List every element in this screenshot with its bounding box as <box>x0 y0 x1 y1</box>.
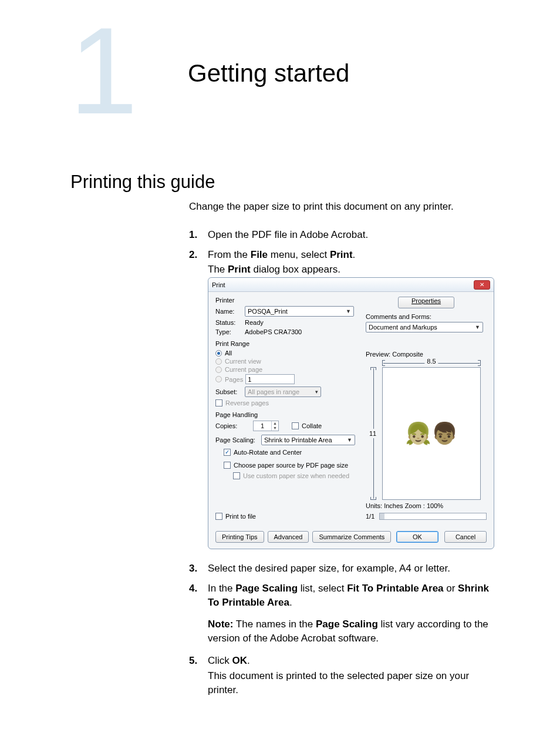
step-3: 3. Select the desired paper size, for ex… <box>189 562 494 576</box>
text: list, select <box>298 583 347 594</box>
printing-tips-button[interactable]: Printing Tips <box>215 531 264 543</box>
comments-forms-combo[interactable]: Document and Markups ▼ <box>366 322 483 332</box>
combo-value: Shrink to Printable Area <box>264 436 332 443</box>
radio-label: All <box>225 350 232 357</box>
step-text: Click OK. This document is printed to th… <box>208 654 494 698</box>
radio-icon <box>215 358 222 365</box>
page-scaling-combo[interactable]: Shrink to Printable Area ▼ <box>261 435 355 445</box>
status-value: Ready <box>245 319 264 326</box>
radio-icon <box>215 350 222 357</box>
subset-combo[interactable]: All pages in range ▾ <box>245 387 321 397</box>
step-text: From the File menu, select Print. The Pr… <box>208 248 494 278</box>
text: Click <box>208 655 232 666</box>
type-label: Type: <box>215 328 245 335</box>
bold-text: Page Scaling <box>316 619 378 630</box>
step-text: Select the desired paper size, for examp… <box>208 562 494 576</box>
chevron-down-icon: ▾ <box>315 389 318 395</box>
step-5: 5. Click OK. This document is printed to… <box>189 654 494 698</box>
bold-text: Print <box>228 264 251 275</box>
page-height-value: 11 <box>369 429 376 438</box>
preview-panel: Preview: Composite 8.5 11 👧🏼👦🏽 Units: In… <box>366 351 487 520</box>
note-label: Note: <box>208 619 233 630</box>
checkbox-icon <box>224 462 231 469</box>
checkbox-label: Reverse pages <box>225 399 269 406</box>
page-scaling-label: Page Scaling: <box>215 436 261 443</box>
step-number: 2. <box>189 248 208 278</box>
text: The <box>208 264 228 275</box>
close-button[interactable]: ✕ <box>474 280 490 290</box>
printer-name-combo[interactable]: POSQA_Print ▼ <box>245 306 354 317</box>
progress-bar <box>379 513 487 520</box>
dialog-titlebar: Print ✕ <box>208 278 494 292</box>
print-range-group-label: Print Range <box>215 340 487 347</box>
step-number: 4. <box>189 582 208 647</box>
radio-label: Current view <box>225 358 261 365</box>
checkbox-icon <box>292 422 299 429</box>
name-label: Name: <box>215 308 245 315</box>
text: From the <box>208 249 251 260</box>
intro-paragraph: Change the paper size to print this docu… <box>189 200 494 214</box>
comments-forms-label: Comments and Forms: <box>366 313 487 320</box>
pages-input[interactable] <box>245 374 295 384</box>
text: menu, select <box>268 249 330 260</box>
text: This document is printed to the selected… <box>208 669 494 697</box>
step-number: 5. <box>189 654 208 698</box>
step-number: 3. <box>189 562 208 576</box>
spinner-arrows-icon: ▲▼ <box>271 421 278 431</box>
bold-text: File <box>251 249 268 260</box>
ok-button[interactable]: OK <box>396 531 438 543</box>
bold-text: Page Scaling <box>235 583 298 594</box>
step-text: Open the PDF file in Adobe Acrobat. <box>208 228 494 242</box>
ruler-horizontal: 8.5 <box>382 359 481 367</box>
radio-label: Pages <box>225 376 243 383</box>
dialog-title: Print <box>212 281 225 288</box>
text: . <box>247 655 250 666</box>
combo-value: POSQA_Print <box>248 308 288 315</box>
ruler-vertical: 11 <box>366 367 382 500</box>
text: dialog box appears. <box>251 264 340 275</box>
cancel-button[interactable]: Cancel <box>444 531 487 543</box>
text: or <box>444 583 458 594</box>
page-width-value: 8.5 <box>424 358 438 365</box>
section-title: Printing this guide <box>70 172 215 193</box>
copies-spinner[interactable]: 1 ▲▼ <box>253 421 279 431</box>
bold-text: Fit To Printable Area <box>347 583 443 594</box>
checkbox-label: Choose paper source by PDF page size <box>234 462 348 469</box>
checkbox-icon <box>233 472 240 479</box>
text: In the <box>208 583 235 594</box>
combo-value: All pages in range <box>248 388 299 395</box>
radio-icon <box>215 367 222 373</box>
text: . <box>353 249 356 260</box>
collate-checkbox[interactable]: Collate <box>292 422 322 429</box>
text: The names in the <box>233 619 316 630</box>
chevron-down-icon: ▼ <box>347 437 352 443</box>
properties-button[interactable]: Properties <box>398 297 454 308</box>
advanced-button[interactable]: Advanced <box>268 531 309 543</box>
checkbox-icon <box>215 399 222 406</box>
page-of-label: 1/1 <box>366 513 375 520</box>
page-progress: 1/1 <box>366 513 487 520</box>
radio-icon <box>215 376 222 382</box>
summarize-comments-button[interactable]: Summarize Comments <box>312 531 391 543</box>
units-zoom-label: Units: Inches Zoom : 100% <box>366 502 487 509</box>
step-text: In the Page Scaling list, select Fit To … <box>208 582 494 647</box>
step-4: 4. In the Page Scaling list, select Fit … <box>189 582 494 647</box>
bold-text: Print <box>330 249 353 260</box>
chevron-down-icon: ▼ <box>475 324 480 330</box>
print-dialog: Print ✕ Printer Name: POSQA_Print ▼ Stat… <box>208 277 494 549</box>
subset-label: Subset: <box>215 388 245 395</box>
checkbox-label: Print to file <box>225 513 256 520</box>
checkbox-label: Collate <box>302 422 322 429</box>
radio-label: Current page <box>225 366 262 373</box>
body-text: Change the paper size to print this docu… <box>189 200 494 284</box>
combo-value: Document and Markups <box>369 324 437 331</box>
chevron-down-icon: ▼ <box>346 308 351 314</box>
bold-text: OK <box>232 655 248 666</box>
print-to-file-checkbox[interactable]: Print to file <box>215 513 256 520</box>
type-value: AdobePS CRA7300 <box>245 328 302 335</box>
checkbox-label: Use custom paper size when needed <box>243 472 349 479</box>
steps-list: 1. Open the PDF file in Adobe Acrobat. 2… <box>189 228 494 278</box>
copies-value: 1 <box>254 422 271 429</box>
preview-label: Preview: Composite <box>366 351 487 358</box>
checkbox-icon <box>215 513 222 520</box>
